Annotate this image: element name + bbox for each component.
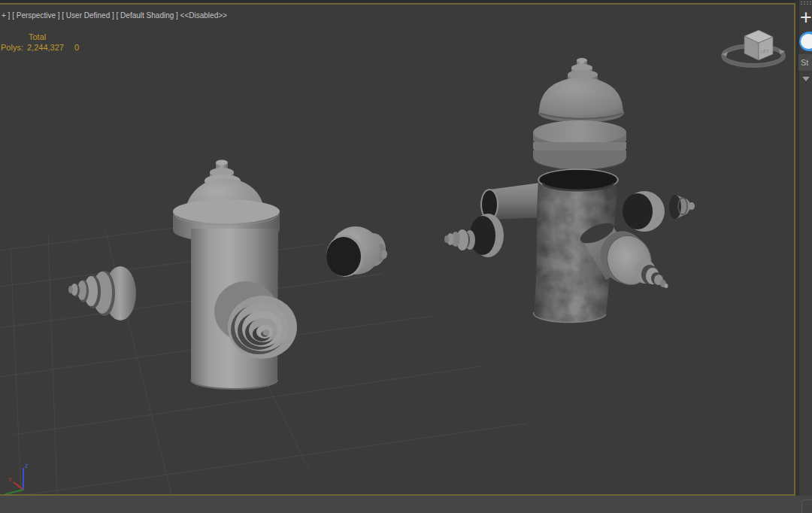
dropdown-arrow-icon[interactable] xyxy=(802,77,810,81)
stats-polys-label: Polys: xyxy=(1,43,23,52)
3d-app-window: z x LFT + ] [ Perspective ] [ User Defin… xyxy=(0,0,812,513)
axis-z-label: z xyxy=(25,462,29,469)
viewport-canvas[interactable]: z x LFT xyxy=(0,0,812,513)
standard-button[interactable]: St xyxy=(798,54,812,71)
plus-icon: + xyxy=(800,6,812,29)
viewport-label-menu[interactable]: + ] [ Perspective ] [ User Defined ] [ D… xyxy=(2,11,227,20)
stats-polys-selected: 0 xyxy=(74,43,79,52)
stats-polys-total: 2,244,327 xyxy=(27,43,64,52)
toolbar-grip-handle[interactable] xyxy=(800,1,812,5)
status-strip xyxy=(0,496,812,513)
axis-x-label: x xyxy=(8,475,12,483)
stats-total-header: Total xyxy=(29,32,46,41)
add-button[interactable]: + xyxy=(798,6,812,29)
side-toolbar xyxy=(799,0,812,496)
exploded-flange-discs xyxy=(533,120,626,170)
viewcube-face-label: LFT xyxy=(761,49,769,54)
viewport-background[interactable] xyxy=(0,5,795,494)
viewport-active-border-top xyxy=(0,3,795,5)
toggle-knob-icon xyxy=(801,34,812,49)
status-strip-button[interactable] xyxy=(801,499,812,513)
